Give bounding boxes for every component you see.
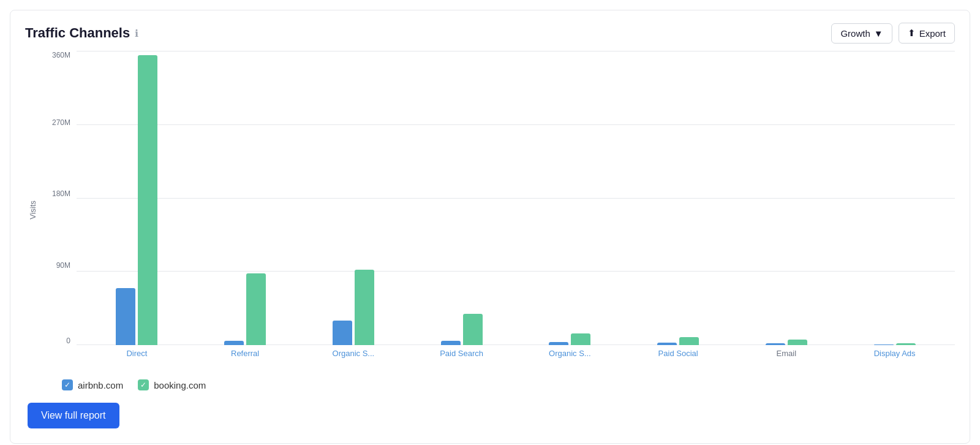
bar-green-referral[interactable] [246, 273, 266, 345]
bar-green-paidsearch[interactable] [463, 314, 483, 345]
x-label-direct: Direct [83, 345, 191, 358]
legend-checkbox-airbnb[interactable]: ✓ [62, 379, 73, 390]
bar-group [300, 270, 408, 345]
bar-group [191, 273, 300, 345]
y-label-360: 360M [52, 51, 70, 59]
info-icon[interactable]: ℹ [135, 28, 138, 39]
legend: ✓ airbnb.com ✓ booking.com [62, 379, 955, 390]
header-left: Traffic Channels ℹ [25, 25, 138, 41]
chart-area: Visits 360M 270M 180M 90M 0 DirectRef [25, 51, 955, 370]
x-label-displayads: Display Ads [840, 345, 949, 358]
bar-green-organics...[interactable] [355, 270, 374, 345]
x-label-organics...: Organic S... [516, 345, 624, 358]
y-label-180: 180M [52, 189, 70, 198]
traffic-channels-card: Traffic Channels ℹ Growth ▼ ⬆ Export Vis… [10, 10, 970, 444]
export-label: Export [919, 28, 946, 39]
chart-container: 360M 270M 180M 90M 0 DirectReferralOrgan… [42, 51, 955, 370]
export-icon: ⬆ [908, 28, 916, 39]
bar-green-direct[interactable] [138, 55, 157, 345]
card-title: Traffic Channels [25, 25, 130, 41]
legend-item-airbnb: ✓ airbnb.com [62, 379, 123, 390]
bar-group [624, 337, 733, 345]
growth-dropdown-button[interactable]: Growth ▼ [831, 23, 892, 44]
y-label-270: 270M [52, 118, 70, 127]
x-label-email: Email [733, 345, 841, 358]
x-label-paidsearch: Paid Search [407, 345, 516, 358]
x-axis: DirectReferralOrganic S...Paid SearchOrg… [77, 345, 955, 370]
x-label-paidsocial: Paid Social [624, 345, 733, 358]
legend-checkbox-booking[interactable]: ✓ [138, 379, 149, 390]
export-button[interactable]: ⬆ Export [899, 23, 955, 44]
x-label-organics...: Organic S... [300, 345, 408, 358]
bar-green-organics...[interactable] [571, 333, 590, 345]
bar-blue-referral[interactable] [224, 341, 244, 345]
bar-blue-direct[interactable] [116, 288, 135, 345]
y-label-90: 90M [56, 261, 70, 270]
legend-label-booking: booking.com [154, 380, 206, 390]
legend-label-airbnb: airbnb.com [78, 380, 123, 390]
y-label-0: 0 [66, 337, 70, 345]
bar-blue-organics...[interactable] [333, 321, 352, 345]
bar-group [733, 340, 841, 345]
y-axis-label: Visits [25, 51, 40, 370]
bar-blue-paidsearch[interactable] [441, 341, 461, 345]
chevron-down-icon: ▼ [874, 28, 883, 39]
legend-item-booking: ✓ booking.com [138, 379, 206, 390]
bar-group [407, 314, 516, 345]
view-full-report-button[interactable]: View full report [28, 403, 119, 428]
bar-group [83, 55, 191, 345]
bars-area [77, 51, 955, 345]
y-axis-labels: 360M 270M 180M 90M 0 [42, 51, 74, 345]
card-header: Traffic Channels ℹ Growth ▼ ⬆ Export [25, 23, 955, 44]
x-label-referral: Referral [191, 345, 300, 358]
growth-label: Growth [840, 28, 870, 39]
header-right: Growth ▼ ⬆ Export [831, 23, 955, 44]
bar-group [516, 333, 624, 345]
bar-green-email[interactable] [788, 340, 807, 345]
bar-green-paidsocial[interactable] [679, 337, 699, 345]
